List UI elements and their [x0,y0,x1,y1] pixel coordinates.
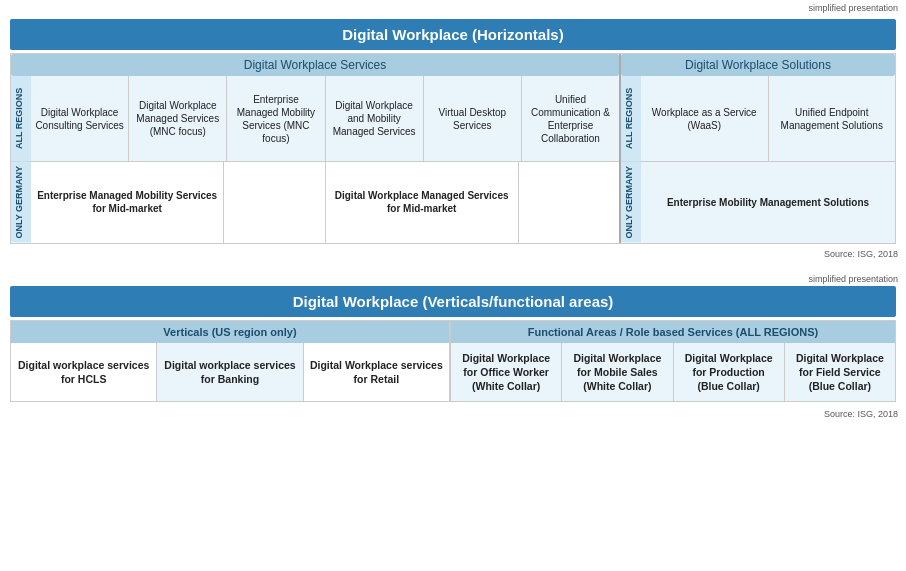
solution-cell-1: Workplace as a Service (WaaS) [641,76,769,161]
services-top-row: ALL REGIONS Digital Workplace Consulting… [11,76,619,161]
service-cell-1: Digital Workplace Consulting Services [31,76,129,161]
functional-cell-4: Digital Workplace for Field Service (Blu… [785,343,895,402]
diagram1-container: Digital Workplace (Horizontals) Digital … [0,15,906,246]
solution-cell-2: Unified Endpoint Management Solutions [769,76,896,161]
service-cell-3: Enterprise Managed Mobility Services (MN… [227,76,325,161]
vertical-cell-3: Digital Workplace services for Retail [304,343,449,402]
service-cell-5: Virtual Desktop Services [424,76,522,161]
solutions-header: Digital Workplace Solutions [621,54,895,76]
diagram2-grid: Verticals (US region only) Digital workp… [10,320,896,403]
diagram1-source: Source: ISG, 2018 [0,246,906,261]
diagram2-source: Source: ISG, 2018 [0,406,906,421]
verticals-section: Verticals (US region only) Digital workp… [11,321,451,402]
service-cell-4: Digital Workplace and Mobility Managed S… [326,76,424,161]
functional-cell-3: Digital Workplace for Production (Blue C… [674,343,785,402]
vertical-cell-2: Digital workplace services for Banking [157,343,303,402]
verticals-cells: Digital workplace services for HCLS Digi… [11,343,449,402]
germany-solution-cell: Enterprise Mobility Management Solutions [641,162,895,243]
functional-header: Functional Areas / Role based Services (… [451,321,895,343]
functional-cells: Digital Workplace for Office Worker (Whi… [451,343,895,402]
verticals-header: Verticals (US region only) [11,321,449,343]
germany-service-cell-1: Enterprise Managed Mobility Services for… [31,162,224,243]
solutions-germany-row: ONLY GERMANY Enterprise Mobility Managem… [621,161,895,243]
solutions-section: Digital Workplace Solutions ALL REGIONS … [621,54,895,243]
only-germany-label-left: ONLY GERMANY [11,162,31,243]
service-cell-2: Digital Workplace Managed Services (MNC … [129,76,227,161]
all-regions-label-left: ALL REGIONS [11,76,31,161]
only-germany-label-right: ONLY GERMANY [621,162,641,243]
services-germany-row: ONLY GERMANY Enterprise Managed Mobility… [11,161,619,243]
services-header: Digital Workplace Services [11,54,619,76]
service-cell-6: Unified Communication & Enterprise Colla… [522,76,619,161]
services-section: Digital Workplace Services ALL REGIONS D… [11,54,621,243]
solutions-all-regions-row: ALL REGIONS Workplace as a Service (WaaS… [621,76,895,161]
functional-cell-2: Digital Workplace for Mobile Sales (Whit… [562,343,673,402]
bottom-simplified-note: simplified presentation [0,271,906,286]
functional-section: Functional Areas / Role based Services (… [451,321,895,402]
germany-spacer-2 [519,162,619,243]
functional-cell-1: Digital Workplace for Office Worker (Whi… [451,343,562,402]
diagram1-title: Digital Workplace (Horizontals) [10,19,896,50]
all-regions-label-right: ALL REGIONS [621,76,641,161]
germany-spacer-1 [224,162,325,243]
vertical-cell-1: Digital workplace services for HCLS [11,343,157,402]
diagram1-grid: Digital Workplace Services ALL REGIONS D… [10,53,896,244]
diagram2-title: Digital Workplace (Verticals/functional … [10,286,896,317]
diagram2-container: Digital Workplace (Verticals/functional … [0,286,906,407]
top-simplified-note: simplified presentation [0,0,906,15]
germany-service-cell-2: Digital Workplace Managed Services for M… [326,162,519,243]
